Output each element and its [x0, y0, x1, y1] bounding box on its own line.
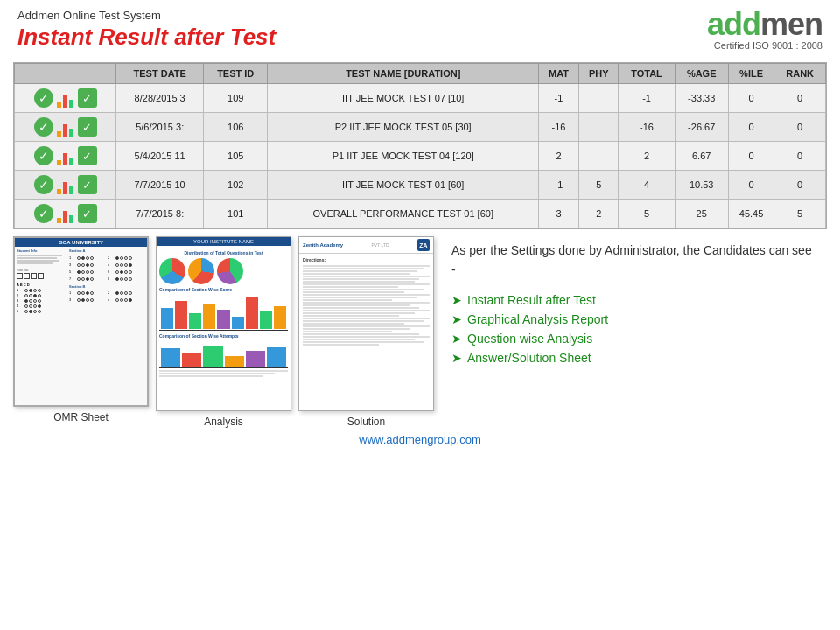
cell-phy [579, 142, 619, 171]
results-table-wrapper: TEST DATE TEST ID TEST NAME [DURATION] M… [13, 62, 827, 229]
cell-id: 106 [203, 113, 268, 142]
cell-total: -16 [619, 113, 675, 142]
cell-rank: 0 [774, 84, 826, 113]
row-icons: ✓ ✓ [15, 113, 116, 142]
checkbox-icon[interactable]: ✓ [78, 88, 97, 108]
cell-date: 7/7/2015 8: [116, 200, 204, 228]
row-icons: ✓ ✓ [15, 84, 116, 113]
table-row[interactable]: ✓ ✓ 5/4/2015 11 105 P1 IIT JEE MOCK TEST… [15, 142, 826, 171]
pie-chart-2 [188, 258, 214, 284]
row-icons: ✓ ✓ [15, 200, 116, 228]
feature-item-4-text: Answer/Solution Sheet [467, 351, 592, 365]
info-description: As per the Settings done by Administrato… [452, 241, 818, 280]
checkbox-icon[interactable]: ✓ [78, 204, 97, 223]
table-body: ✓ ✓ 8/28/2015 3 109 IIT JEE MOCK TEST 07… [15, 84, 826, 228]
cell-mat: -16 [539, 113, 579, 142]
omr-right-section: Section A 1 2 3 4 5 6 7 8 [69, 248, 145, 314]
table-row[interactable]: ✓ ✓ 5/6/2015 3: 106 P2 IIT JEE MOCK TEST… [15, 113, 826, 142]
cell-total: 5 [619, 200, 675, 228]
cell-pctile: 0 [728, 84, 774, 113]
row-icons: ✓ ✓ [15, 142, 116, 171]
checkmark-icon[interactable]: ✓ [34, 175, 53, 194]
cell-id: 105 [203, 142, 268, 171]
logo: addmen [707, 9, 822, 40]
bar-chart-icon[interactable] [57, 117, 74, 136]
omr-col: GOA UNIVERSITY Student Info Roll No. [13, 236, 149, 424]
omr-label: OMR Sheet [53, 411, 108, 424]
feature-item-3-text: Question wise Analysis [467, 332, 592, 346]
table-header-row: TEST DATE TEST ID TEST NAME [DURATION] M… [15, 64, 826, 84]
header-left: Addmen Online Test System Instant Result… [18, 9, 276, 51]
analysis-doc: YOUR INSTITUTE NAME Distribution of Tota… [156, 236, 291, 411]
cell-pctile: 45.45 [728, 200, 774, 228]
feature-item-4: Answer/Solution Sheet [452, 351, 818, 365]
checkbox-icon[interactable]: ✓ [78, 117, 97, 136]
checkmark-icon[interactable]: ✓ [34, 88, 53, 108]
solution-label: Solution [347, 416, 385, 428]
feature-item-1-text: Instant Result after Test [467, 293, 596, 307]
cell-date: 7/7/2015 10 [116, 171, 204, 200]
cell-name: P2 IIT JEE MOCK TEST 05 [30] [268, 113, 539, 142]
cell-phy: 5 [579, 171, 619, 200]
feature-item-2: Graphical Analysis Report [452, 312, 818, 326]
table-row[interactable]: ✓ ✓ 8/28/2015 3 109 IIT JEE MOCK TEST 07… [15, 84, 826, 113]
col-test-name: TEST NAME [DURATION] [268, 64, 539, 84]
col-pctage: %AGE [675, 64, 728, 84]
omr-left-section: Student Info Roll No. [17, 248, 67, 314]
checkbox-icon[interactable]: ✓ [78, 175, 97, 194]
checkmark-icon[interactable]: ✓ [34, 146, 53, 165]
cell-rank: 0 [774, 142, 826, 171]
table-row[interactable]: ✓ ✓ 7/7/2015 10 102 IIT JEE MOCK TEST 01… [15, 171, 826, 200]
solution-col: Zenith Academy PVT LTD ZA Directions: [298, 236, 434, 428]
pie-chart-3 [217, 258, 243, 284]
analysis-label: Analysis [204, 416, 243, 428]
col-test-id: TEST ID [203, 64, 268, 84]
col-pctile: %ILE [728, 64, 774, 84]
checkmark-icon[interactable]: ✓ [34, 117, 53, 136]
cell-phy [579, 113, 619, 142]
cell-pctage: -26.67 [675, 113, 728, 142]
cell-phy: 2 [579, 200, 619, 228]
cell-pctile: 0 [728, 171, 774, 200]
col-icons [15, 64, 116, 84]
cell-mat: -1 [539, 84, 579, 113]
cell-pctage: -33.33 [675, 84, 728, 113]
omr-header: GOA UNIVERSITY [15, 238, 147, 247]
table-row[interactable]: ✓ ✓ 7/7/2015 8: 101 OVERALL PERFORMANCE … [15, 200, 826, 228]
solution-doc: Zenith Academy PVT LTD ZA Directions: [298, 236, 434, 411]
cell-date: 5/4/2015 11 [116, 142, 204, 171]
cell-total: 2 [619, 142, 675, 171]
cell-pctile: 0 [728, 113, 774, 142]
cell-pctage: 10.53 [675, 171, 728, 200]
main-title: Instant Result after Test [18, 24, 276, 51]
cell-mat: 2 [539, 142, 579, 171]
omr-doc: GOA UNIVERSITY Student Info Roll No. [13, 236, 149, 407]
bar-chart-icon[interactable] [57, 88, 74, 108]
certified-text: Certified ISO 9001 : 2008 [714, 40, 822, 51]
cell-pctage: 6.67 [675, 142, 728, 171]
cell-date: 8/28/2015 3 [116, 84, 204, 113]
cell-pctage: 25 [675, 200, 728, 228]
results-table: TEST DATE TEST ID TEST NAME [DURATION] M… [14, 63, 826, 228]
footer: www.addmengroup.com [0, 433, 840, 446]
omr-body: Student Info Roll No. [15, 247, 147, 316]
col-phy: PHY [579, 64, 619, 84]
info-section: As per the Settings done by Administrato… [443, 236, 827, 428]
cell-date: 5/6/2015 3: [116, 113, 204, 142]
bar-chart-icon[interactable] [57, 175, 74, 194]
cell-mat: -1 [539, 171, 579, 200]
cell-name: IIT JEE MOCK TEST 07 [10] [268, 84, 539, 113]
cell-phy [579, 84, 619, 113]
footer-url: www.addmengroup.com [359, 433, 480, 446]
cell-mat: 3 [539, 200, 579, 228]
bar-chart-icon[interactable] [57, 146, 74, 165]
feature-list: Instant Result after Test Graphical Anal… [452, 293, 818, 365]
app-title: Addmen Online Test System [18, 9, 276, 22]
col-test-date: TEST DATE [116, 64, 204, 84]
cell-id: 109 [203, 84, 268, 113]
checkmark-icon[interactable]: ✓ [34, 204, 53, 223]
cell-rank: 0 [774, 113, 826, 142]
checkbox-icon[interactable]: ✓ [78, 146, 97, 165]
bar-chart-icon[interactable] [57, 204, 74, 223]
analysis-header: YOUR INSTITUTE NAME [157, 237, 290, 246]
